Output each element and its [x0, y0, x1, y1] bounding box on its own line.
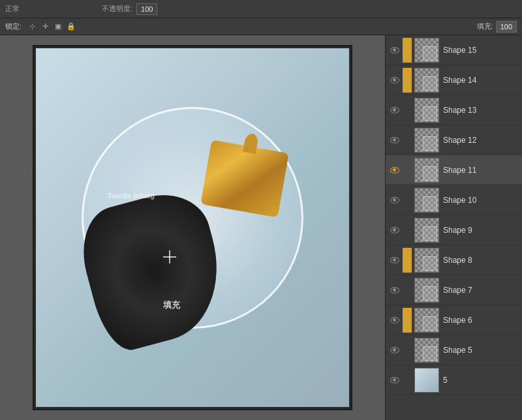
- layer-item[interactable]: Shape 9: [386, 215, 522, 245]
- layer-visibility-toggle[interactable]: [388, 74, 401, 87]
- shape-thumb: [423, 196, 437, 211]
- layer-thumbnail: [414, 338, 439, 363]
- layer-name: Shape 15: [443, 46, 519, 55]
- layer-visibility-toggle[interactable]: [388, 284, 401, 297]
- layer-thumbnail: [414, 248, 439, 273]
- layer-color-indicator: [403, 158, 412, 183]
- watermark-text: Tourlls Inhatg: [108, 192, 155, 200]
- shape-thumb: [423, 46, 437, 61]
- layer-visibility-toggle[interactable]: [388, 44, 401, 57]
- layer-visibility-toggle[interactable]: [388, 344, 401, 357]
- layer-thumbnail: [414, 218, 439, 243]
- layer-item[interactable]: Shape 5: [386, 335, 522, 365]
- layer-item-5[interactable]: 5: [386, 365, 522, 395]
- canvas-area[interactable]: Tourlls Inhatg 填充: [0, 35, 385, 420]
- shape-thumb: [423, 226, 437, 241]
- layer-name: Shape 10: [443, 196, 519, 205]
- layer-color-indicator: [403, 278, 412, 303]
- eye-icon: [390, 377, 399, 383]
- layer-color-indicator: [403, 128, 412, 153]
- eye-icon: [390, 47, 399, 53]
- layer-thumbnail: [414, 158, 439, 183]
- layer-visibility-toggle[interactable]: [388, 194, 401, 207]
- shape-thumb: [423, 346, 437, 361]
- shape-thumb: [423, 166, 437, 181]
- layer-item[interactable]: Shape 15: [386, 35, 522, 65]
- layer-name: Shape 11: [443, 166, 519, 175]
- layer-name: Shape 9: [443, 226, 519, 235]
- layer-color-indicator: [403, 308, 412, 333]
- layer-thumbnail: [414, 368, 439, 393]
- layer-thumbnail: [414, 278, 439, 303]
- layer-thumbnail: [414, 98, 439, 123]
- opacity-label: 不透明度:: [102, 4, 132, 14]
- layer-item[interactable]: Shape 12: [386, 125, 522, 155]
- main-content: Tourlls Inhatg 填充 Shape 15: [0, 35, 522, 420]
- crosshair-icon: [163, 250, 176, 263]
- top-bar: 正常 不透明度: 100: [0, 0, 522, 18]
- fill-text-label: 填充: [163, 299, 180, 311]
- layer-item-active[interactable]: Shape 11: [386, 155, 522, 185]
- shape-thumb: [423, 316, 437, 331]
- layer-item[interactable]: Shape 6: [386, 305, 522, 335]
- fill-value[interactable]: 100: [496, 21, 517, 33]
- layer-item[interactable]: Shape 8: [386, 245, 522, 275]
- canvas-image: Tourlls Inhatg 填充: [36, 48, 349, 407]
- canvas-frame: Tourlls Inhatg 填充: [33, 45, 352, 410]
- layer-item[interactable]: Shape 14: [386, 65, 522, 95]
- layer-name: Shape 8: [443, 256, 519, 265]
- layers-list[interactable]: Shape 15 Shape 14 Sh: [386, 35, 522, 420]
- lock-label: 锁定:: [5, 22, 22, 31]
- layer-thumbnail: [414, 68, 439, 93]
- lock-all-icon[interactable]: 🔒: [66, 22, 76, 32]
- layer-color-indicator: [403, 338, 412, 363]
- layer-visibility-toggle[interactable]: [388, 164, 401, 177]
- layer-name: Shape 12: [443, 136, 519, 145]
- layer-item[interactable]: Shape 7: [386, 275, 522, 305]
- mode-dropdown[interactable]: 正常: [5, 4, 20, 14]
- eye-icon: [390, 317, 399, 323]
- layer-item[interactable]: Shape 10: [386, 185, 522, 215]
- shape-thumb: [423, 256, 437, 271]
- fill-section: 填充: 100: [477, 21, 517, 33]
- layer-visibility-toggle[interactable]: [388, 134, 401, 147]
- lock-art-icon[interactable]: ▣: [53, 22, 63, 32]
- layer-color-indicator: [403, 188, 412, 213]
- eye-icon: [390, 257, 399, 263]
- layer-thumbnail: [414, 188, 439, 213]
- layer-color-indicator: [403, 98, 412, 123]
- shape-thumb: [423, 136, 437, 151]
- opacity-value[interactable]: 100: [136, 3, 157, 15]
- layer-visibility-toggle[interactable]: [388, 254, 401, 267]
- layer-thumbnail: [414, 128, 439, 153]
- layer-item[interactable]: Shape 13: [386, 95, 522, 125]
- lock-icons-group: ⊹ ✛ ▣ 🔒: [27, 22, 76, 32]
- layer-visibility-toggle[interactable]: [388, 104, 401, 117]
- device-shape: [200, 140, 289, 217]
- lock-position-icon[interactable]: ⊹: [27, 22, 37, 32]
- layer-color-indicator: [403, 218, 412, 243]
- layer-thumbnail: [414, 308, 439, 333]
- layer-name: Shape 7: [443, 286, 519, 295]
- lock-move-icon[interactable]: ✛: [40, 22, 50, 32]
- fill-label: 填充:: [477, 22, 493, 31]
- layer-color-indicator: [403, 38, 412, 63]
- layer-name: Shape 5: [443, 346, 519, 355]
- shape-thumb: [423, 286, 437, 301]
- lock-bar: 锁定: ⊹ ✛ ▣ 🔒 填充: 100: [0, 18, 522, 35]
- eye-icon: [390, 227, 399, 233]
- layer-visibility-toggle[interactable]: [388, 314, 401, 327]
- layer-color-indicator: [403, 248, 412, 273]
- eye-icon: [390, 107, 399, 113]
- eye-icon: [390, 197, 399, 203]
- layer-color-indicator: [403, 368, 412, 393]
- layer-visibility-toggle[interactable]: [388, 224, 401, 237]
- layer-name: Shape 6: [443, 316, 519, 325]
- eye-icon: [390, 287, 399, 293]
- shape-thumb: [423, 106, 437, 121]
- layer-visibility-toggle[interactable]: [388, 374, 401, 387]
- shape-thumb: [423, 76, 437, 91]
- layer-thumbnail: [414, 38, 439, 63]
- eye-icon: [390, 347, 399, 353]
- layers-panel: Shape 15 Shape 14 Sh: [385, 35, 522, 420]
